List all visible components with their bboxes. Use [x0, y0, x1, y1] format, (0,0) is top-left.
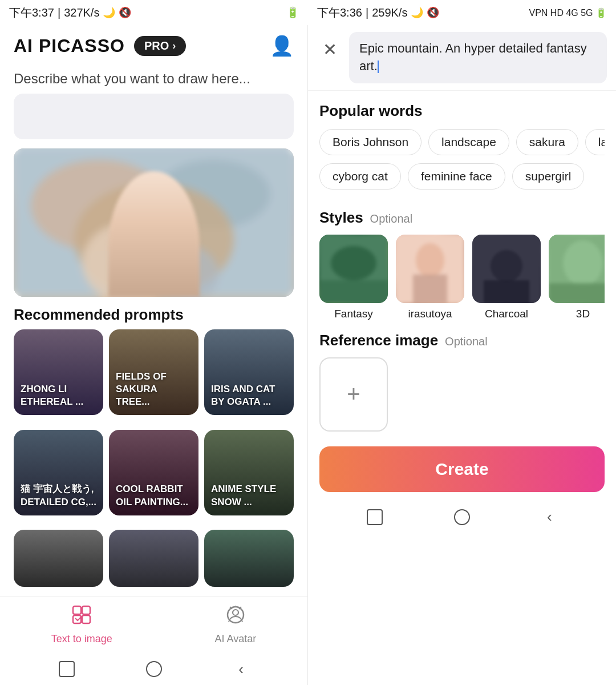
- status-bar-right: 下午3:36 | 259K/s 🌙 🔇 VPN HD 4G 5G 🔋: [308, 0, 616, 25]
- prompt-card-5[interactable]: COOL RABBIT OIL PAINTING...: [109, 430, 198, 515]
- search-text: Epic mountain. An hyper detailed fantasy…: [359, 41, 587, 73]
- styles-title: Styles: [319, 209, 363, 227]
- prompt-card-3[interactable]: IRIS AND CAT BY OGATA ...: [204, 329, 294, 415]
- prompt-card-6-text: ANIME STYLE SNOW ...: [211, 483, 287, 508]
- nav-ai-avatar[interactable]: AI Avatar: [214, 605, 256, 645]
- popular-words-title: Popular words: [319, 102, 605, 120]
- android-circle-btn-1[interactable]: [146, 661, 162, 677]
- close-search-button[interactable]: ✕: [317, 37, 342, 62]
- svg-rect-20: [484, 280, 529, 303]
- android-circle-btn-2[interactable]: [454, 509, 470, 525]
- chip-boris-johnson[interactable]: Boris Johnson: [319, 129, 422, 155]
- prompt-card-2[interactable]: FIELDS OF SAKURA TREE...: [109, 329, 198, 415]
- style-card-charcoal[interactable]: Charcoal: [472, 235, 541, 320]
- nav-text-label: Text to image: [51, 633, 112, 645]
- mute-icon-right: 🔇: [427, 6, 439, 19]
- style-thumb-fantasy: [319, 235, 388, 303]
- right-panel: 下午3:36 | 259K/s 🌙 🔇 VPN HD 4G 5G 🔋 ✕ Epi…: [308, 0, 616, 685]
- prompt-card-1[interactable]: ZHONG LI ETHEREAL ...: [14, 329, 103, 415]
- svg-point-13: [331, 246, 376, 280]
- moon-icon: 🌙: [103, 6, 115, 19]
- app-header: AI PICASSO PRO › 👤: [0, 25, 307, 66]
- reference-title-row: Reference image Optional: [319, 332, 605, 349]
- styles-optional-label: Optional: [370, 212, 413, 225]
- mute-icon: 🔇: [119, 6, 131, 19]
- style-label-fantasy: Fantasy: [334, 308, 373, 320]
- svg-rect-9: [82, 615, 90, 623]
- svg-rect-6: [73, 606, 81, 614]
- nav-text-to-image[interactable]: Text to image: [51, 605, 112, 645]
- text-to-image-icon: [71, 605, 92, 630]
- svg-rect-17: [413, 275, 447, 303]
- android-nav-right: ‹: [308, 501, 616, 533]
- android-back-btn-1[interactable]: ‹: [233, 661, 249, 677]
- svg-rect-14: [319, 280, 388, 303]
- pro-badge-button[interactable]: PRO ›: [134, 36, 186, 56]
- search-bar: ✕ Epic mountain. An hyper detailed fanta…: [308, 25, 616, 91]
- chip-landscape[interactable]: landscape: [428, 129, 509, 155]
- create-section: Create: [308, 437, 616, 501]
- ai-avatar-icon: [225, 605, 246, 630]
- style-thumb-irasutoya: [396, 235, 464, 303]
- android-square-btn-2[interactable]: [367, 509, 383, 525]
- chip-supergirl[interactable]: supergirl: [512, 163, 585, 190]
- prompt-card-3-text: IRIS AND CAT BY OGATA ...: [211, 383, 287, 408]
- chip-cyborg-cat[interactable]: cyborg cat: [319, 163, 401, 190]
- style-thumb-3d: [549, 235, 605, 303]
- style-label-3d: 3D: [576, 308, 590, 320]
- styles-section: Styles Optional Fantasy: [308, 203, 616, 326]
- styles-grid: Fantasy irasutoya: [319, 235, 605, 320]
- android-back-btn-2[interactable]: ‹: [541, 509, 557, 525]
- style-thumb-charcoal: [472, 235, 541, 303]
- style-label-charcoal: Charcoal: [485, 308, 528, 320]
- chips-row-1: Boris Johnson landscape sakura lake: [319, 129, 605, 155]
- battery-left: 🔋: [286, 6, 299, 19]
- android-nav-left: ‹: [0, 653, 307, 685]
- chip-sakura[interactable]: sakura: [516, 129, 578, 155]
- svg-point-16: [416, 243, 444, 277]
- prompt-card-8[interactable]: [109, 530, 198, 587]
- status-sep-left: |: [58, 6, 60, 19]
- prompt-card-9[interactable]: [204, 530, 294, 587]
- reference-section: Reference image Optional +: [308, 326, 616, 437]
- app-logo: AI PICASSO: [14, 35, 125, 57]
- user-profile-button[interactable]: 👤: [270, 34, 294, 57]
- prompt-card-4-text: 猫 宇宙人と戦う, DETAILED CG,...: [21, 483, 96, 508]
- add-reference-image-button[interactable]: +: [319, 357, 388, 432]
- style-label-irasutoya: irasutoya: [408, 308, 452, 320]
- svg-point-22: [563, 240, 603, 286]
- chip-lake[interactable]: lake: [585, 129, 605, 155]
- prompt-card-6[interactable]: ANIME STYLE SNOW ...: [204, 430, 294, 515]
- popular-words-section: Popular words Boris Johnson landscape sa…: [308, 91, 616, 203]
- prompt-card-7[interactable]: [14, 530, 103, 587]
- featured-image: [14, 148, 294, 297]
- prompt-card-1-text: ZHONG LI ETHEREAL ...: [21, 383, 96, 408]
- prompts-grid: ZHONG LI ETHEREAL ... FIELDS OF SAKURA T…: [0, 329, 307, 596]
- status-time-left: 下午3:37: [9, 5, 54, 21]
- svg-rect-7: [82, 606, 90, 614]
- styles-title-row: Styles Optional: [319, 209, 605, 227]
- prompt-textarea[interactable]: [14, 94, 294, 139]
- prompt-card-2-text: FIELDS OF SAKURA TREE...: [116, 370, 192, 408]
- status-speed-right: 259K/s: [372, 6, 407, 19]
- reference-title: Reference image: [319, 332, 438, 349]
- chip-feminine-face[interactable]: feminine face: [408, 163, 505, 190]
- reference-optional-label: Optional: [445, 335, 488, 348]
- status-time-right: 下午3:36: [317, 5, 362, 21]
- status-speed-left: 327K/s: [64, 6, 99, 19]
- recommended-title: Recommended prompts: [0, 297, 307, 329]
- style-card-3d[interactable]: 3D: [549, 235, 605, 320]
- plus-icon: +: [347, 381, 360, 407]
- text-cursor: [378, 61, 379, 73]
- create-button[interactable]: Create: [319, 446, 605, 492]
- nav-avatar-label: AI Avatar: [214, 633, 256, 645]
- style-card-irasutoya[interactable]: irasutoya: [396, 235, 464, 320]
- prompt-card-4[interactable]: 猫 宇宙人と戦う, DETAILED CG,...: [14, 430, 103, 515]
- svg-point-11: [233, 610, 238, 615]
- prompt-card-5-text: COOL RABBIT OIL PAINTING...: [116, 483, 192, 508]
- search-input[interactable]: Epic mountain. An hyper detailed fantasy…: [349, 32, 607, 83]
- android-square-btn-1[interactable]: [59, 661, 75, 677]
- style-card-fantasy[interactable]: Fantasy: [319, 235, 388, 320]
- pro-arrow-icon: ›: [172, 40, 176, 52]
- left-panel: 下午3:37 | 327K/s 🌙 🔇 🔋 AI PICASSO PRO › 👤…: [0, 0, 308, 685]
